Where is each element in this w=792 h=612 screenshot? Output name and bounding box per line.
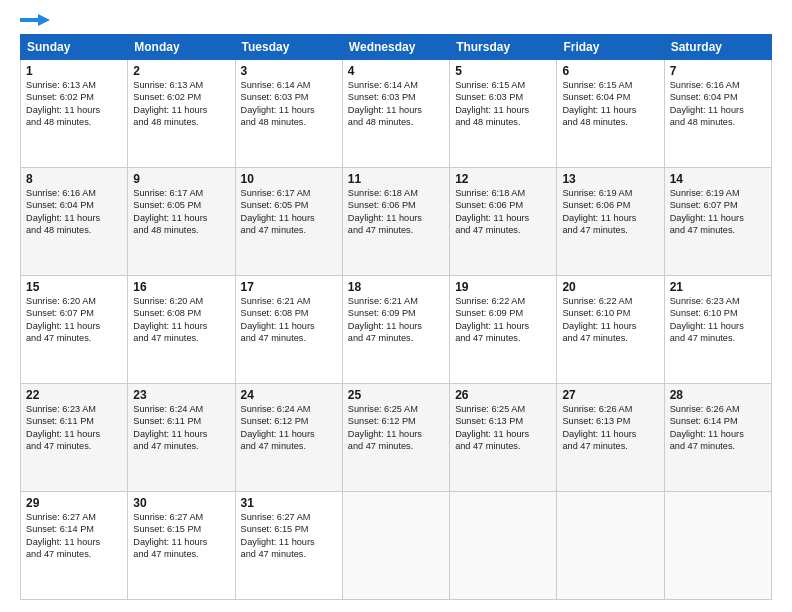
- day-cell: 22Sunrise: 6:23 AM Sunset: 6:11 PM Dayli…: [21, 384, 128, 492]
- day-info: Sunrise: 6:18 AM Sunset: 6:06 PM Dayligh…: [348, 187, 444, 237]
- day-info: Sunrise: 6:19 AM Sunset: 6:07 PM Dayligh…: [670, 187, 766, 237]
- day-info: Sunrise: 6:16 AM Sunset: 6:04 PM Dayligh…: [670, 79, 766, 129]
- day-number: 22: [26, 388, 122, 402]
- day-info: Sunrise: 6:24 AM Sunset: 6:11 PM Dayligh…: [133, 403, 229, 453]
- day-info: Sunrise: 6:16 AM Sunset: 6:04 PM Dayligh…: [26, 187, 122, 237]
- day-number: 17: [241, 280, 337, 294]
- day-number: 5: [455, 64, 551, 78]
- day-info: Sunrise: 6:13 AM Sunset: 6:02 PM Dayligh…: [26, 79, 122, 129]
- day-cell: [557, 492, 664, 600]
- day-number: 1: [26, 64, 122, 78]
- weekday-saturday: Saturday: [664, 35, 771, 60]
- day-info: Sunrise: 6:13 AM Sunset: 6:02 PM Dayligh…: [133, 79, 229, 129]
- day-number: 12: [455, 172, 551, 186]
- day-cell: 17Sunrise: 6:21 AM Sunset: 6:08 PM Dayli…: [235, 276, 342, 384]
- day-number: 18: [348, 280, 444, 294]
- day-cell: 13Sunrise: 6:19 AM Sunset: 6:06 PM Dayli…: [557, 168, 664, 276]
- day-number: 27: [562, 388, 658, 402]
- day-number: 21: [670, 280, 766, 294]
- day-number: 29: [26, 496, 122, 510]
- day-cell: 1Sunrise: 6:13 AM Sunset: 6:02 PM Daylig…: [21, 60, 128, 168]
- day-cell: 24Sunrise: 6:24 AM Sunset: 6:12 PM Dayli…: [235, 384, 342, 492]
- day-cell: 11Sunrise: 6:18 AM Sunset: 6:06 PM Dayli…: [342, 168, 449, 276]
- week-row-5: 29Sunrise: 6:27 AM Sunset: 6:14 PM Dayli…: [21, 492, 772, 600]
- day-number: 20: [562, 280, 658, 294]
- day-cell: 19Sunrise: 6:22 AM Sunset: 6:09 PM Dayli…: [450, 276, 557, 384]
- day-info: Sunrise: 6:17 AM Sunset: 6:05 PM Dayligh…: [133, 187, 229, 237]
- day-info: Sunrise: 6:14 AM Sunset: 6:03 PM Dayligh…: [241, 79, 337, 129]
- weekday-wednesday: Wednesday: [342, 35, 449, 60]
- day-cell: 4Sunrise: 6:14 AM Sunset: 6:03 PM Daylig…: [342, 60, 449, 168]
- day-number: 8: [26, 172, 122, 186]
- day-number: 15: [26, 280, 122, 294]
- day-info: Sunrise: 6:20 AM Sunset: 6:07 PM Dayligh…: [26, 295, 122, 345]
- day-number: 31: [241, 496, 337, 510]
- day-info: Sunrise: 6:17 AM Sunset: 6:05 PM Dayligh…: [241, 187, 337, 237]
- day-info: Sunrise: 6:20 AM Sunset: 6:08 PM Dayligh…: [133, 295, 229, 345]
- day-number: 24: [241, 388, 337, 402]
- week-row-2: 8Sunrise: 6:16 AM Sunset: 6:04 PM Daylig…: [21, 168, 772, 276]
- day-number: 19: [455, 280, 551, 294]
- logo: [20, 16, 50, 26]
- day-cell: [664, 492, 771, 600]
- day-number: 2: [133, 64, 229, 78]
- calendar-table: SundayMondayTuesdayWednesdayThursdayFrid…: [20, 34, 772, 600]
- day-cell: 16Sunrise: 6:20 AM Sunset: 6:08 PM Dayli…: [128, 276, 235, 384]
- weekday-friday: Friday: [557, 35, 664, 60]
- day-info: Sunrise: 6:19 AM Sunset: 6:06 PM Dayligh…: [562, 187, 658, 237]
- day-info: Sunrise: 6:23 AM Sunset: 6:11 PM Dayligh…: [26, 403, 122, 453]
- weekday-header-row: SundayMondayTuesdayWednesdayThursdayFrid…: [21, 35, 772, 60]
- day-cell: 26Sunrise: 6:25 AM Sunset: 6:13 PM Dayli…: [450, 384, 557, 492]
- header: [20, 16, 772, 26]
- day-number: 23: [133, 388, 229, 402]
- day-cell: 18Sunrise: 6:21 AM Sunset: 6:09 PM Dayli…: [342, 276, 449, 384]
- day-number: 10: [241, 172, 337, 186]
- day-info: Sunrise: 6:26 AM Sunset: 6:13 PM Dayligh…: [562, 403, 658, 453]
- week-row-1: 1Sunrise: 6:13 AM Sunset: 6:02 PM Daylig…: [21, 60, 772, 168]
- day-info: Sunrise: 6:18 AM Sunset: 6:06 PM Dayligh…: [455, 187, 551, 237]
- day-info: Sunrise: 6:22 AM Sunset: 6:09 PM Dayligh…: [455, 295, 551, 345]
- day-number: 26: [455, 388, 551, 402]
- day-cell: 8Sunrise: 6:16 AM Sunset: 6:04 PM Daylig…: [21, 168, 128, 276]
- day-cell: 14Sunrise: 6:19 AM Sunset: 6:07 PM Dayli…: [664, 168, 771, 276]
- day-info: Sunrise: 6:26 AM Sunset: 6:14 PM Dayligh…: [670, 403, 766, 453]
- week-row-4: 22Sunrise: 6:23 AM Sunset: 6:11 PM Dayli…: [21, 384, 772, 492]
- day-number: 6: [562, 64, 658, 78]
- day-number: 14: [670, 172, 766, 186]
- day-cell: 12Sunrise: 6:18 AM Sunset: 6:06 PM Dayli…: [450, 168, 557, 276]
- day-info: Sunrise: 6:14 AM Sunset: 6:03 PM Dayligh…: [348, 79, 444, 129]
- day-info: Sunrise: 6:15 AM Sunset: 6:04 PM Dayligh…: [562, 79, 658, 129]
- day-number: 7: [670, 64, 766, 78]
- day-cell: 27Sunrise: 6:26 AM Sunset: 6:13 PM Dayli…: [557, 384, 664, 492]
- day-cell: 9Sunrise: 6:17 AM Sunset: 6:05 PM Daylig…: [128, 168, 235, 276]
- day-cell: 21Sunrise: 6:23 AM Sunset: 6:10 PM Dayli…: [664, 276, 771, 384]
- day-cell: 5Sunrise: 6:15 AM Sunset: 6:03 PM Daylig…: [450, 60, 557, 168]
- day-number: 11: [348, 172, 444, 186]
- day-cell: 30Sunrise: 6:27 AM Sunset: 6:15 PM Dayli…: [128, 492, 235, 600]
- weekday-tuesday: Tuesday: [235, 35, 342, 60]
- day-cell: 25Sunrise: 6:25 AM Sunset: 6:12 PM Dayli…: [342, 384, 449, 492]
- weekday-sunday: Sunday: [21, 35, 128, 60]
- svg-marker-0: [20, 14, 50, 26]
- day-info: Sunrise: 6:21 AM Sunset: 6:08 PM Dayligh…: [241, 295, 337, 345]
- day-number: 13: [562, 172, 658, 186]
- day-cell: 2Sunrise: 6:13 AM Sunset: 6:02 PM Daylig…: [128, 60, 235, 168]
- day-number: 30: [133, 496, 229, 510]
- weekday-thursday: Thursday: [450, 35, 557, 60]
- day-cell: 28Sunrise: 6:26 AM Sunset: 6:14 PM Dayli…: [664, 384, 771, 492]
- day-number: 28: [670, 388, 766, 402]
- weekday-monday: Monday: [128, 35, 235, 60]
- day-cell: 3Sunrise: 6:14 AM Sunset: 6:03 PM Daylig…: [235, 60, 342, 168]
- day-info: Sunrise: 6:24 AM Sunset: 6:12 PM Dayligh…: [241, 403, 337, 453]
- day-info: Sunrise: 6:27 AM Sunset: 6:15 PM Dayligh…: [241, 511, 337, 561]
- day-number: 25: [348, 388, 444, 402]
- day-info: Sunrise: 6:27 AM Sunset: 6:14 PM Dayligh…: [26, 511, 122, 561]
- day-cell: [450, 492, 557, 600]
- day-info: Sunrise: 6:25 AM Sunset: 6:12 PM Dayligh…: [348, 403, 444, 453]
- day-cell: 29Sunrise: 6:27 AM Sunset: 6:14 PM Dayli…: [21, 492, 128, 600]
- day-cell: 23Sunrise: 6:24 AM Sunset: 6:11 PM Dayli…: [128, 384, 235, 492]
- day-info: Sunrise: 6:22 AM Sunset: 6:10 PM Dayligh…: [562, 295, 658, 345]
- day-number: 16: [133, 280, 229, 294]
- day-cell: 31Sunrise: 6:27 AM Sunset: 6:15 PM Dayli…: [235, 492, 342, 600]
- day-cell: 10Sunrise: 6:17 AM Sunset: 6:05 PM Dayli…: [235, 168, 342, 276]
